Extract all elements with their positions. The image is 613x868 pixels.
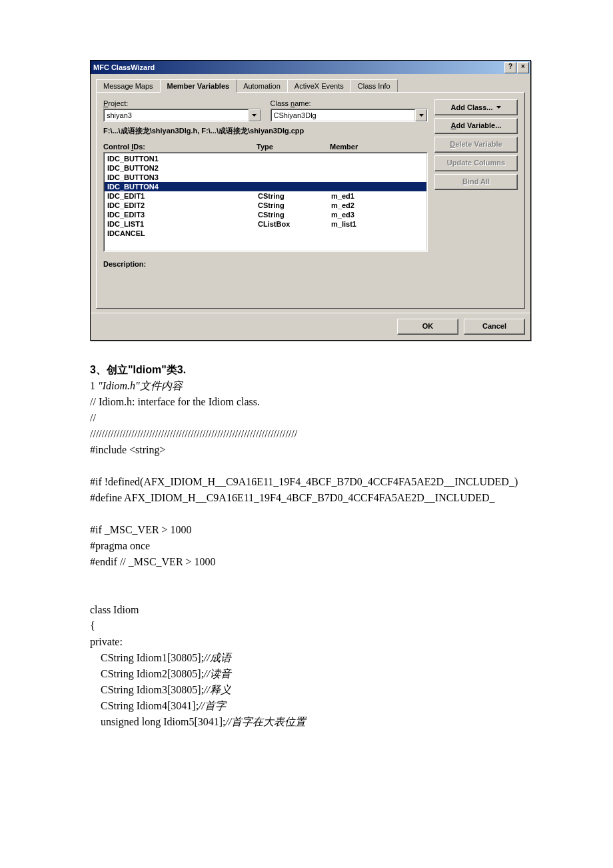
list-item[interactable]: IDC_EDIT3CStringm_ed3 — [105, 210, 426, 219]
tab-class-info[interactable]: Class Info — [350, 79, 398, 93]
chevron-down-icon — [496, 106, 501, 109]
description-area — [103, 268, 428, 301]
chevron-down-icon[interactable] — [415, 109, 427, 121]
classname-label: Class name: — [271, 99, 428, 107]
project-input[interactable] — [104, 109, 249, 121]
add-class-button[interactable]: Add Class... — [434, 99, 518, 115]
control-list[interactable]: IDC_BUTTON1IDC_BUTTON2IDC_BUTTON3IDC_BUT… — [103, 152, 428, 252]
delete-variable-button: Delete Variable — [434, 137, 518, 153]
project-combo[interactable] — [103, 109, 261, 122]
window-title: MFC ClassWizard — [92, 63, 155, 71]
help-button[interactable]: ? — [504, 62, 516, 73]
list-item[interactable]: IDC_BUTTON3 — [105, 173, 426, 182]
description-label: Description: — [103, 260, 428, 268]
bind-all-button: Bind All — [434, 174, 518, 190]
tab-message-maps[interactable]: Message Maps — [96, 79, 161, 93]
list-item[interactable]: IDC_LIST1CListBoxm_list1 — [105, 219, 426, 229]
tab-strip: Message MapsMember VariablesAutomationAc… — [96, 79, 525, 93]
member-header: Member — [330, 143, 428, 151]
classname-combo[interactable] — [271, 109, 428, 122]
list-item[interactable]: IDC_BUTTON1 — [105, 154, 426, 163]
file-path: F:\...\成语接龙\shiyan3Dlg.h, F:\...\成语接龙\sh… — [103, 126, 428, 136]
classname-input[interactable] — [271, 109, 416, 121]
tab-automation[interactable]: Automation — [236, 79, 288, 93]
tab-member-variables[interactable]: Member Variables — [160, 79, 237, 93]
document-text: 3、创立"Idiom"类3. 1 "Idiom.h"文件内容 // Idiom.… — [90, 362, 523, 730]
list-item[interactable]: IDC_BUTTON2 — [105, 163, 426, 173]
ok-button[interactable]: OK — [397, 319, 458, 335]
list-item[interactable]: IDCANCEL — [105, 229, 426, 238]
tab-activex-events[interactable]: ActiveX Events — [287, 79, 351, 93]
update-columns-button: Update Columns — [434, 155, 518, 171]
titlebar[interactable]: MFC ClassWizard ? × — [91, 61, 530, 74]
classwizard-dialog: MFC ClassWizard ? × Message MapsMember V… — [90, 60, 531, 341]
member-variables-panel: Project: Class name: — [96, 92, 525, 309]
control-ids-header: Control IDs: — [103, 143, 257, 151]
project-label: Project: — [103, 99, 261, 107]
svg-marker-2 — [496, 106, 501, 109]
list-item[interactable]: IDC_EDIT2CStringm_ed2 — [105, 201, 426, 210]
close-button[interactable]: × — [517, 62, 529, 73]
list-item[interactable]: IDC_BUTTON4 — [105, 182, 426, 191]
type-header: Type — [257, 143, 330, 151]
add-variable-button[interactable]: Add Variable... — [434, 118, 518, 134]
svg-marker-1 — [419, 114, 424, 117]
svg-marker-0 — [252, 114, 257, 117]
chevron-down-icon[interactable] — [249, 109, 261, 121]
cancel-button[interactable]: Cancel — [464, 319, 525, 335]
list-item[interactable]: IDC_EDIT1CStringm_ed1 — [105, 191, 426, 201]
